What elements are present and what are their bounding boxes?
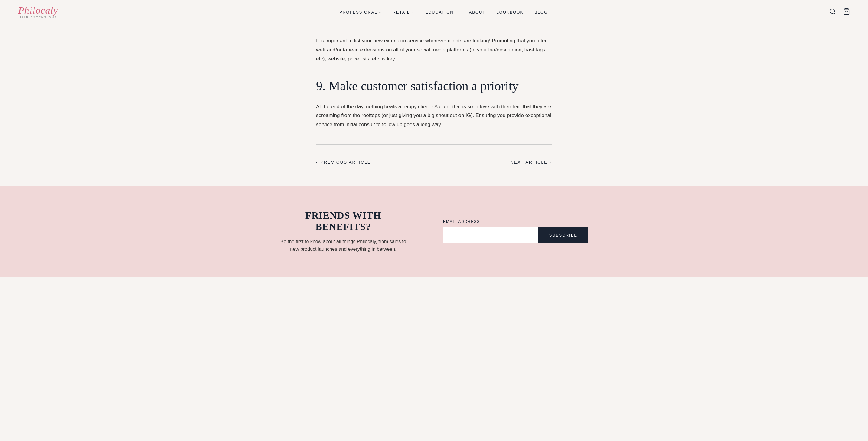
header-icons	[829, 8, 850, 16]
subscribe-button[interactable]: SUBSCRIBE	[538, 227, 588, 244]
nav-item-professional[interactable]: PROFESSIONAL ⌄	[339, 10, 382, 14]
section-number: 9.	[316, 79, 329, 93]
email-input[interactable]	[443, 227, 538, 244]
logo[interactable]: Philocaly HAIR EXTENSIONS	[18, 5, 58, 19]
chevron-left-icon: ‹	[316, 160, 318, 164]
main-content: It is important to list your new extensi…	[298, 0, 570, 186]
newsletter-section: FRIENDS WITH BENEFITS? Be the first to k…	[0, 186, 868, 277]
article-navigation: ‹ PREVIOUS ARTICLE NEXT ARTICLE ›	[316, 157, 552, 167]
chevron-down-icon: ⌄	[379, 10, 382, 14]
next-article-link[interactable]: NEXT ARTICLE ›	[510, 160, 552, 164]
email-label: EMAIL ADDRESS	[443, 220, 588, 224]
nav-item-lookbook[interactable]: LOOKBOOK	[496, 10, 524, 14]
main-nav: PROFESSIONAL ⌄ RETAIL ⌄ EDUCATION ⌄ ABOU…	[339, 10, 548, 14]
article-body: It is important to list your new extensi…	[316, 30, 552, 167]
previous-article-label: PREVIOUS ARTICLE	[320, 160, 371, 164]
nav-item-retail[interactable]: RETAIL ⌄	[393, 10, 414, 14]
svg-line-1	[834, 13, 835, 14]
cart-icon[interactable]	[843, 8, 850, 16]
header: Philocaly HAIR EXTENSIONS PROFESSIONAL ⌄…	[0, 0, 868, 24]
newsletter-left: FRIENDS WITH BENEFITS? Be the first to k…	[280, 210, 407, 253]
search-icon[interactable]	[829, 8, 836, 16]
newsletter-subtitle: Be the first to know about all things Ph…	[280, 238, 407, 253]
section-title: Make customer satisfaction a priority	[329, 79, 518, 93]
chevron-down-icon: ⌄	[455, 10, 458, 14]
nav-item-education[interactable]: EDUCATION ⌄	[425, 10, 458, 14]
email-form: SUBSCRIBE	[443, 227, 588, 244]
section-heading: 9. Make customer satisfaction a priority	[316, 78, 552, 93]
section-paragraph: At the end of the day, nothing beats a h…	[316, 102, 552, 129]
chevron-right-icon: ›	[550, 160, 552, 164]
chevron-down-icon: ⌄	[411, 10, 414, 14]
svg-point-0	[830, 9, 835, 13]
intro-paragraph: It is important to list your new extensi…	[316, 36, 552, 63]
newsletter-right: EMAIL ADDRESS SUBSCRIBE	[443, 220, 588, 244]
logo-text: Philocaly	[18, 5, 58, 15]
previous-article-link[interactable]: ‹ PREVIOUS ARTICLE	[316, 160, 371, 164]
article-divider	[316, 144, 552, 145]
logo-subtitle: HAIR EXTENSIONS	[19, 16, 57, 19]
next-article-label: NEXT ARTICLE	[510, 160, 548, 164]
newsletter-title: FRIENDS WITH BENEFITS?	[280, 210, 407, 232]
nav-item-blog[interactable]: BLOG	[534, 10, 548, 14]
nav-item-about[interactable]: ABOUT	[469, 10, 486, 14]
